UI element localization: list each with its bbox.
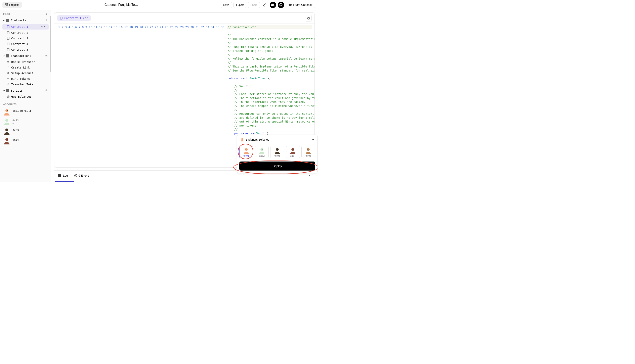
sidebar-transaction-item[interactable]: Setup Account (0, 70, 51, 76)
add-script-icon[interactable]: + (45, 88, 49, 92)
sidebar-scrollbar-thumb[interactable] (50, 16, 51, 72)
file-label: Contract 2 (11, 31, 49, 34)
accounts-header: ACCOUNTS (0, 100, 51, 107)
share-button[interactable]: Share (248, 2, 260, 8)
add-transaction-icon[interactable]: + (45, 54, 49, 58)
sidebar-account-item[interactable]: 0x02-- (0, 117, 51, 126)
copy-icon (307, 16, 310, 20)
errors-label: 0 Errors (78, 174, 90, 177)
svg-point-9 (7, 96, 9, 96)
transaction-icon (7, 77, 10, 80)
chevron-down-icon (312, 138, 314, 141)
signer-card[interactable]: 0x04 (286, 146, 300, 158)
account-name: 0x02 (12, 119, 19, 122)
svg-point-29 (247, 149, 247, 150)
chevron-down-icon (2, 54, 5, 57)
signer-card[interactable]: 0x03 (270, 146, 284, 158)
sidebar-account-item[interactable]: 0x01-Default-- (0, 107, 51, 117)
svg-point-28 (245, 149, 246, 150)
signer-card[interactable]: 0x02 (255, 146, 269, 158)
graduation-cap-icon (288, 3, 292, 7)
learn-cadence-button[interactable]: Learn Cadence (286, 2, 315, 8)
top-actions: Save Export Share Learn Cadence (221, 2, 315, 8)
svg-point-39 (307, 148, 310, 151)
save-button[interactable]: Save (221, 2, 232, 8)
contracts-label: Contracts (11, 19, 45, 22)
export-button[interactable]: Export (234, 2, 246, 8)
log-tab[interactable]: Log (58, 174, 68, 178)
sidebar-contract-item[interactable]: Contract 4 (0, 41, 51, 47)
signer-card[interactable]: 0x05 (302, 146, 315, 158)
script-icon (7, 95, 10, 98)
expand-panel-button[interactable] (308, 174, 311, 177)
top-bar: Projects Cadence Fungible To… Save Expor… (0, 0, 318, 10)
sidebar-contract-item[interactable]: Contract 1••• (2, 24, 49, 30)
svg-point-38 (294, 149, 294, 150)
deploy-button[interactable]: Deploy (239, 162, 315, 170)
svg-point-20 (6, 139, 6, 140)
sidebar-transaction-item[interactable]: Basic Transfer (0, 59, 51, 65)
signers-row: 0x010x020x030x040x05 (237, 144, 317, 160)
page-title: Cadence Fungible To… (22, 3, 221, 7)
account-sub: -- (12, 112, 31, 115)
svg-point-27 (245, 148, 248, 151)
sidebar-script-item[interactable]: Get Balances (0, 94, 51, 100)
svg-point-15 (8, 120, 8, 120)
svg-point-32 (262, 149, 263, 150)
transaction-icon (7, 60, 10, 63)
sidebar-contract-item[interactable]: Contract 2 (0, 30, 51, 36)
signers-header[interactable]: 1 Signers Selected (237, 135, 317, 144)
file-label: Mint Tokens (11, 77, 49, 80)
file-label: Contract 3 (11, 37, 49, 40)
svg-point-14 (6, 120, 6, 120)
svg-point-21 (8, 139, 8, 140)
svg-point-33 (276, 148, 279, 151)
file-tab-active[interactable]: Contract 1.cdc (57, 15, 91, 21)
chevron-down-icon (2, 89, 5, 92)
file-icon (7, 42, 10, 46)
sidebar-contract-item[interactable]: Contract 5 (0, 47, 51, 52)
grid-icon (5, 3, 8, 6)
sidebar-contract-item[interactable]: Contract 3 (0, 36, 51, 41)
sidebar-account-item[interactable]: 0x04-- (0, 136, 51, 146)
errors-tab[interactable]: 0 Errors (74, 174, 90, 177)
svg-rect-3 (7, 5, 8, 6)
github-icon-button[interactable] (278, 2, 284, 8)
transactions-folder[interactable]: Transactions + (0, 52, 51, 59)
svg-point-36 (292, 148, 294, 151)
signer-card[interactable]: 0x01 (239, 146, 253, 158)
contracts-folder[interactable]: Contracts + (0, 17, 51, 24)
sidebar-transaction-item[interactable]: Transfer Toke… (0, 82, 51, 87)
svg-point-35 (278, 149, 278, 150)
sidebar-transaction-item[interactable]: Mint Tokens (0, 76, 51, 82)
svg-rect-24 (308, 18, 310, 19)
signer-label: 0x04 (290, 154, 296, 157)
account-name: 0x03 (12, 128, 19, 132)
avatar (243, 147, 250, 154)
link-icon-button[interactable] (262, 2, 268, 8)
log-label: Log (63, 174, 68, 177)
file-label: Setup Account (11, 72, 49, 75)
discord-icon-button[interactable] (270, 2, 276, 8)
scripts-label: Scripts (11, 89, 45, 92)
projects-button[interactable]: Projects (2, 2, 22, 8)
avatar (305, 147, 312, 154)
sidebar-transaction-item[interactable]: Create Link (0, 65, 51, 70)
svg-point-10 (6, 109, 8, 112)
svg-point-26 (241, 138, 243, 140)
signer-mini-avatar (240, 138, 244, 142)
copy-button[interactable] (305, 15, 312, 22)
more-icon[interactable]: ••• (40, 25, 46, 28)
svg-point-13 (6, 119, 8, 122)
chevron-left-icon[interactable] (46, 13, 48, 15)
learn-label: Learn Cadence (293, 3, 312, 6)
tab-label: Contract 1.cdc (64, 16, 88, 20)
add-contract-icon[interactable]: + (45, 18, 49, 22)
tab-bar: Contract 1.cdc (54, 13, 314, 24)
svg-rect-8 (7, 48, 9, 51)
scripts-folder[interactable]: Scripts + (0, 87, 51, 94)
avatar (3, 108, 10, 116)
sidebar-account-item[interactable]: 0x03-- (0, 126, 51, 136)
chevron-up-icon (308, 174, 311, 177)
sidebar: FILES Contracts + Contract 1•••Contract … (0, 10, 51, 182)
